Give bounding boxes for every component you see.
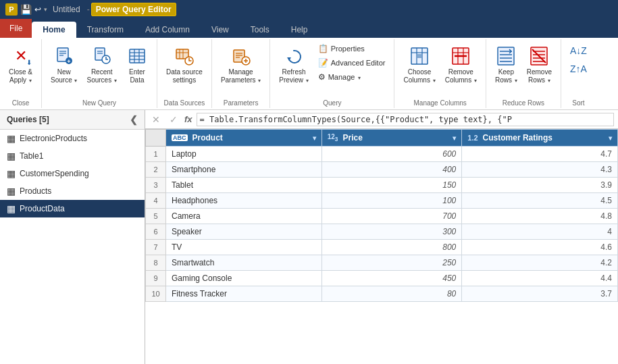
queries-panel: Queries [5] ❮ ▦ ElectronicProducts ▦ Tab… (0, 110, 145, 364)
data-source-settings-button[interactable]: Data sourcesettings (161, 42, 207, 88)
recent-sources-icon (91, 45, 113, 67)
query-group-label: Query (270, 99, 394, 107)
refresh-preview-button[interactable]: RefreshPreview ▾ (274, 42, 313, 88)
svg-rect-39 (498, 47, 514, 65)
product-3: Tablet (166, 178, 322, 193)
table-row: 5 Camera 700 4.8 (146, 209, 618, 224)
advanced-editor-button[interactable]: 📝 Advanced Editor (313, 56, 390, 70)
tab-help[interactable]: Help (280, 22, 319, 38)
query-label-products: Products (20, 186, 51, 196)
enter-data-icon (126, 45, 148, 67)
manage-button[interactable]: ⚙ Manage ▾ (313, 70, 390, 84)
product-8: Smartwatch (166, 255, 322, 271)
app-icon: P (5, 3, 18, 16)
ribbon-group-query: RefreshPreview ▾ 📋 Properties 📝 Advanced… (270, 39, 394, 108)
manage-parameters-icon (230, 45, 252, 67)
keep-rows-button[interactable]: KeepRows ▾ (490, 42, 522, 88)
sort-az-button[interactable]: A↓Z (565, 42, 592, 59)
close-apply-button[interactable]: ✕ ⬇ Close &Apply ▾ (4, 42, 37, 88)
formula-confirm-button[interactable]: ✓ (167, 113, 180, 126)
row-num-10: 10 (146, 286, 166, 302)
manage-columns-group-label: Manage Columns (394, 99, 486, 107)
remove-columns-icon (450, 45, 471, 67)
manage-label: Manage ▾ (328, 73, 361, 81)
tab-transform[interactable]: Transform (76, 22, 134, 38)
ratings-filter-icon[interactable]: ▾ (609, 134, 612, 142)
choose-columns-button[interactable]: ChooseColumns ▾ (398, 42, 440, 88)
table-row: 3 Tablet 150 3.9 (146, 178, 618, 193)
rating-6: 4 (462, 224, 618, 240)
product-1: Laptop (166, 147, 322, 162)
undo-icon[interactable]: ↩ (34, 5, 41, 14)
remove-columns-button[interactable]: RemoveColumns ▾ (440, 42, 482, 88)
table-row: 9 Gaming Console 450 4.4 (146, 271, 618, 286)
tab-view[interactable]: View (201, 22, 240, 38)
row-num-6: 6 (146, 224, 166, 240)
query-label-table1: Table1 (20, 151, 43, 161)
window-title: Power Query Editor (91, 3, 176, 16)
ribbon-group-new-query: + NewSource ▾ RecentSources ▾ (42, 39, 157, 108)
data-table: ABC Product ▾ 123 Price ▾ (145, 129, 618, 302)
sort-za-button[interactable]: Z↑A (565, 60, 592, 78)
table-body: 1 Laptop 600 4.7 2 Smartphone 400 4.3 3 … (146, 147, 618, 302)
product-col-name: Product (192, 133, 310, 142)
query-small-buttons: 📋 Properties 📝 Advanced Editor ⚙ Manage … (313, 42, 390, 95)
sort-items: A↓Z Z↑A (565, 42, 592, 105)
properties-icon: 📋 (318, 44, 328, 53)
remove-columns-label: RemoveColumns ▾ (445, 68, 477, 84)
tab-add-column[interactable]: Add Column (134, 22, 201, 38)
query-item-table1[interactable]: ▦ Table1 (0, 147, 145, 165)
product-10: Fitness Tracker (166, 286, 322, 302)
price-filter-icon[interactable]: ▾ (453, 134, 456, 142)
tab-tools[interactable]: Tools (240, 22, 280, 38)
query-item-product-data[interactable]: ▦ ProductData (0, 200, 145, 217)
sort-buttons: A↓Z Z↑A (565, 42, 592, 88)
remove-rows-icon (528, 45, 550, 67)
sort-group-label: Sort (561, 99, 596, 107)
price-8: 250 (321, 255, 462, 271)
keep-rows-icon (495, 45, 517, 67)
manage-columns-items: ChooseColumns ▾ RemoveColumns ▾ (398, 42, 482, 105)
query-item-products[interactable]: ▦ Products (0, 182, 145, 200)
properties-label: Properties (331, 45, 365, 53)
query-label-product-data: ProductData (20, 204, 65, 213)
col-header-price: 123 Price ▾ (321, 130, 462, 147)
data-source-settings-icon (174, 45, 195, 67)
new-source-button[interactable]: + NewSource ▾ (46, 42, 82, 88)
row-num-5: 5 (146, 209, 166, 224)
price-3: 150 (321, 178, 462, 193)
query-icon-products: ▦ (7, 186, 16, 197)
rating-2: 4.3 (462, 162, 618, 178)
sort-az-icon: A↓Z (570, 45, 587, 56)
enter-data-button[interactable]: EnterData (122, 42, 153, 88)
formula-cancel-button[interactable]: ✕ (149, 113, 163, 126)
product-filter-icon[interactable]: ▾ (313, 134, 316, 142)
title-separator: - (87, 5, 90, 14)
sort-za-icon: Z↑A (570, 63, 587, 74)
manage-parameters-button[interactable]: ManageParameters ▾ (216, 42, 265, 88)
parameters-group-label: Parameters (212, 99, 269, 107)
doc-title: Untitled (53, 5, 80, 14)
remove-rows-button[interactable]: RemoveRows ▾ (522, 42, 557, 88)
properties-button[interactable]: 📋 Properties (313, 42, 390, 55)
tab-home[interactable]: Home (32, 22, 76, 38)
ribbon-group-close: ✕ ⬇ Close &Apply ▾ Close (0, 39, 42, 108)
col-header-product: ABC Product ▾ (166, 130, 322, 147)
save-icon[interactable]: 💾 (20, 4, 32, 15)
new-source-icon: + (53, 45, 75, 67)
rating-9: 4.4 (462, 271, 618, 286)
formula-input[interactable]: = Table.TransformColumnTypes(Source,{{"P… (197, 113, 614, 126)
svg-rect-33 (417, 54, 421, 58)
tab-file[interactable]: File (0, 19, 32, 38)
query-item-electronic-products[interactable]: ▦ ElectronicProducts (0, 130, 145, 147)
query-item-customer-spending[interactable]: ▦ CustomerSpending (0, 165, 145, 182)
dropdown-arrow-title[interactable]: ▾ (44, 6, 47, 13)
advanced-editor-icon: 📝 (318, 58, 328, 68)
advanced-editor-label: Advanced Editor (331, 59, 386, 67)
collapse-panel-icon[interactable]: ❮ (130, 114, 138, 125)
table-row: 1 Laptop 600 4.7 (146, 147, 618, 162)
svg-marker-28 (287, 57, 291, 61)
table-row: 8 Smartwatch 250 4.2 (146, 255, 618, 271)
recent-sources-button[interactable]: RecentSources ▾ (82, 42, 121, 88)
row-num-2: 2 (146, 162, 166, 178)
